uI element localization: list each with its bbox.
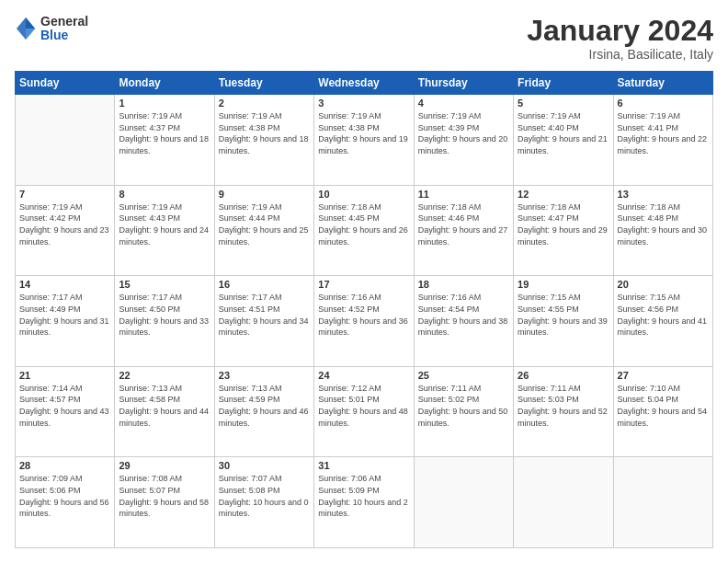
weekday-header-row: Sunday Monday Tuesday Wednesday Thursday…: [16, 72, 713, 95]
day-number: 23: [219, 370, 310, 381]
day-number: 11: [418, 189, 509, 200]
calendar-cell: [514, 457, 613, 548]
day-number: 19: [518, 279, 609, 290]
day-number: 15: [119, 279, 210, 290]
day-number: 30: [219, 460, 310, 471]
calendar-cell: 25 Sunrise: 7:11 AM Sunset: 5:02 PM Dayl…: [414, 366, 513, 457]
day-number: 21: [19, 370, 110, 381]
day-number: 25: [418, 370, 509, 381]
header-sunday: Sunday: [16, 72, 115, 95]
day-info: Sunrise: 7:19 AM Sunset: 4:44 PM Dayligh…: [219, 201, 310, 247]
day-info: Sunrise: 7:19 AM Sunset: 4:40 PM Dayligh…: [518, 110, 609, 156]
logo-text: General Blue: [40, 15, 88, 43]
calendar-cell: 21 Sunrise: 7:14 AM Sunset: 4:57 PM Dayl…: [16, 366, 115, 457]
svg-marker-1: [26, 17, 35, 29]
calendar-row: 21 Sunrise: 7:14 AM Sunset: 4:57 PM Dayl…: [16, 366, 713, 457]
calendar-cell: 11 Sunrise: 7:18 AM Sunset: 4:46 PM Dayl…: [414, 185, 513, 276]
calendar-row: 14 Sunrise: 7:17 AM Sunset: 4:49 PM Dayl…: [16, 276, 713, 367]
day-number: 17: [318, 279, 409, 290]
day-number: 16: [219, 279, 310, 290]
day-info: Sunrise: 7:10 AM Sunset: 5:04 PM Dayligh…: [618, 383, 709, 429]
day-number: 8: [119, 189, 210, 200]
day-info: Sunrise: 7:19 AM Sunset: 4:42 PM Dayligh…: [19, 201, 110, 247]
day-number: 26: [518, 370, 609, 381]
calendar-cell: 1 Sunrise: 7:19 AM Sunset: 4:37 PM Dayli…: [115, 95, 214, 186]
day-info: Sunrise: 7:14 AM Sunset: 4:57 PM Dayligh…: [19, 383, 110, 429]
day-number: 20: [618, 279, 709, 290]
header-tuesday: Tuesday: [214, 72, 313, 95]
calendar-cell: 22 Sunrise: 7:13 AM Sunset: 4:58 PM Dayl…: [115, 366, 214, 457]
day-number: 18: [418, 279, 509, 290]
calendar-row: 28 Sunrise: 7:09 AM Sunset: 5:06 PM Dayl…: [16, 457, 713, 548]
logo-blue-text: Blue: [40, 29, 88, 42]
day-info: Sunrise: 7:16 AM Sunset: 4:54 PM Dayligh…: [418, 292, 509, 338]
day-number: 7: [19, 189, 110, 200]
day-number: 22: [119, 370, 210, 381]
calendar-cell: 29 Sunrise: 7:08 AM Sunset: 5:07 PM Dayl…: [115, 457, 214, 548]
title-block: January 2024 Irsina, Basilicate, Italy: [527, 15, 713, 62]
calendar-cell: 14 Sunrise: 7:17 AM Sunset: 4:49 PM Dayl…: [16, 276, 115, 367]
calendar-cell: 23 Sunrise: 7:13 AM Sunset: 4:59 PM Dayl…: [214, 366, 313, 457]
calendar-cell: 31 Sunrise: 7:06 AM Sunset: 5:09 PM Dayl…: [314, 457, 414, 548]
page: General Blue January 2024 Irsina, Basili…: [0, 0, 728, 563]
calendar-cell: 9 Sunrise: 7:19 AM Sunset: 4:44 PM Dayli…: [214, 185, 313, 276]
day-number: 13: [618, 189, 709, 200]
calendar-cell: 12 Sunrise: 7:18 AM Sunset: 4:47 PM Dayl…: [514, 185, 613, 276]
calendar-cell: 20 Sunrise: 7:15 AM Sunset: 4:56 PM Dayl…: [613, 276, 712, 367]
location: Irsina, Basilicate, Italy: [527, 47, 713, 62]
day-number: 29: [119, 460, 210, 471]
day-number: 3: [318, 98, 409, 109]
day-number: 6: [618, 98, 709, 109]
calendar-cell: 16 Sunrise: 7:17 AM Sunset: 4:51 PM Dayl…: [214, 276, 313, 367]
day-info: Sunrise: 7:15 AM Sunset: 4:55 PM Dayligh…: [518, 292, 609, 338]
calendar-cell: 15 Sunrise: 7:17 AM Sunset: 4:50 PM Dayl…: [115, 276, 214, 367]
calendar-cell: 26 Sunrise: 7:11 AM Sunset: 5:03 PM Dayl…: [514, 366, 613, 457]
day-info: Sunrise: 7:11 AM Sunset: 5:03 PM Dayligh…: [518, 383, 609, 429]
day-info: Sunrise: 7:06 AM Sunset: 5:09 PM Dayligh…: [318, 473, 409, 519]
day-number: 9: [219, 189, 310, 200]
day-info: Sunrise: 7:18 AM Sunset: 4:47 PM Dayligh…: [518, 201, 609, 247]
day-info: Sunrise: 7:17 AM Sunset: 4:51 PM Dayligh…: [219, 292, 310, 338]
day-info: Sunrise: 7:16 AM Sunset: 4:52 PM Dayligh…: [318, 292, 409, 338]
day-info: Sunrise: 7:17 AM Sunset: 4:50 PM Dayligh…: [119, 292, 210, 338]
day-info: Sunrise: 7:18 AM Sunset: 4:48 PM Dayligh…: [618, 201, 709, 247]
calendar-cell: 24 Sunrise: 7:12 AM Sunset: 5:01 PM Dayl…: [314, 366, 414, 457]
day-number: 27: [618, 370, 709, 381]
day-info: Sunrise: 7:13 AM Sunset: 4:59 PM Dayligh…: [219, 383, 310, 429]
header-monday: Monday: [115, 72, 214, 95]
calendar-cell: 18 Sunrise: 7:16 AM Sunset: 4:54 PM Dayl…: [414, 276, 513, 367]
day-info: Sunrise: 7:19 AM Sunset: 4:37 PM Dayligh…: [119, 110, 210, 156]
header-saturday: Saturday: [613, 72, 712, 95]
header-wednesday: Wednesday: [314, 72, 414, 95]
calendar-cell: 30 Sunrise: 7:07 AM Sunset: 5:08 PM Dayl…: [214, 457, 313, 548]
month-title: January 2024: [527, 15, 713, 47]
calendar-cell: [16, 95, 115, 186]
calendar-cell: 19 Sunrise: 7:15 AM Sunset: 4:55 PM Dayl…: [514, 276, 613, 367]
svg-marker-2: [26, 29, 35, 40]
day-number: 1: [119, 98, 210, 109]
day-info: Sunrise: 7:09 AM Sunset: 5:06 PM Dayligh…: [19, 473, 110, 519]
calendar-cell: [414, 457, 513, 548]
day-info: Sunrise: 7:12 AM Sunset: 5:01 PM Dayligh…: [318, 383, 409, 429]
calendar-row: 7 Sunrise: 7:19 AM Sunset: 4:42 PM Dayli…: [16, 185, 713, 276]
header: General Blue January 2024 Irsina, Basili…: [15, 15, 713, 62]
day-number: 10: [318, 189, 409, 200]
day-info: Sunrise: 7:19 AM Sunset: 4:43 PM Dayligh…: [119, 201, 210, 247]
day-info: Sunrise: 7:11 AM Sunset: 5:02 PM Dayligh…: [418, 383, 509, 429]
logo: General Blue: [15, 15, 88, 43]
calendar-cell: 13 Sunrise: 7:18 AM Sunset: 4:48 PM Dayl…: [613, 185, 712, 276]
logo-icon: [15, 16, 37, 41]
calendar-cell: 5 Sunrise: 7:19 AM Sunset: 4:40 PM Dayli…: [514, 95, 613, 186]
day-number: 14: [19, 279, 110, 290]
day-info: Sunrise: 7:19 AM Sunset: 4:38 PM Dayligh…: [318, 110, 409, 156]
calendar-row: 1 Sunrise: 7:19 AM Sunset: 4:37 PM Dayli…: [16, 95, 713, 186]
header-friday: Friday: [514, 72, 613, 95]
calendar-cell: 10 Sunrise: 7:18 AM Sunset: 4:45 PM Dayl…: [314, 185, 414, 276]
day-number: 24: [318, 370, 409, 381]
calendar-cell: 6 Sunrise: 7:19 AM Sunset: 4:41 PM Dayli…: [613, 95, 712, 186]
header-thursday: Thursday: [414, 72, 513, 95]
calendar-cell: [613, 457, 712, 548]
day-info: Sunrise: 7:17 AM Sunset: 4:49 PM Dayligh…: [19, 292, 110, 338]
day-number: 5: [518, 98, 609, 109]
day-info: Sunrise: 7:19 AM Sunset: 4:39 PM Dayligh…: [418, 110, 509, 156]
